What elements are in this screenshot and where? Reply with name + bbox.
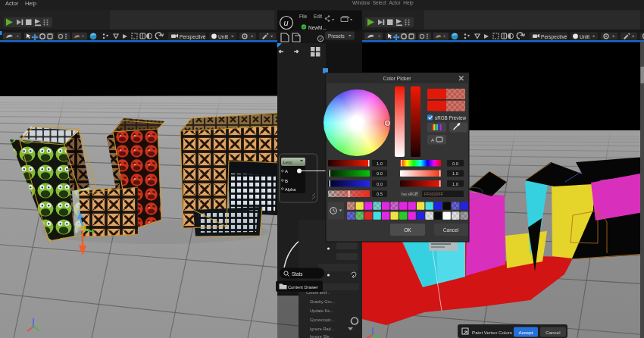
svg-text:OK: OK bbox=[404, 227, 411, 233]
svg-text:A: A bbox=[431, 138, 434, 142]
svg-text:Window Select Actor Help: Window Select Actor Help bbox=[352, 0, 414, 6]
svg-text:B: B bbox=[285, 179, 288, 183]
svg-text:Cancel: Cancel bbox=[546, 330, 560, 335]
svg-text:sRGB Preview: sRGB Preview bbox=[435, 115, 466, 120]
svg-text:0.0: 0.0 bbox=[377, 182, 383, 186]
svg-text:Gyroscopic...: Gyroscopic... bbox=[310, 318, 335, 322]
svg-text:Actor: Actor bbox=[5, 0, 19, 7]
svg-text:Lerp: Lerp bbox=[283, 160, 293, 164]
svg-text:Help: Help bbox=[25, 0, 36, 7]
svg-text:NewM...: NewM... bbox=[308, 25, 327, 30]
svg-text:Ignore Rad...: Ignore Rad... bbox=[310, 327, 335, 331]
svg-text:Update Ke...: Update Ke... bbox=[310, 308, 334, 313]
svg-text:1.0: 1.0 bbox=[377, 161, 383, 166]
svg-text:Gravity Gro...: Gravity Gro... bbox=[310, 299, 336, 304]
svg-text:Cancel: Cancel bbox=[443, 227, 459, 233]
svg-text:1.0: 1.0 bbox=[452, 171, 458, 176]
svg-text:hex sRGB: hex sRGB bbox=[402, 192, 417, 196]
svg-text:1.0: 1.0 bbox=[452, 182, 458, 186]
svg-text:Accept: Accept bbox=[519, 330, 533, 335]
svg-text:FF0000FF: FF0000FF bbox=[424, 192, 444, 196]
svg-text:Edit: Edit bbox=[314, 14, 322, 19]
svg-text:Alpha: Alpha bbox=[285, 187, 296, 192]
svg-text:Perspective: Perspective bbox=[541, 34, 567, 40]
svg-text:Unlit: Unlit bbox=[580, 34, 589, 39]
svg-text:Unlit: Unlit bbox=[218, 34, 228, 39]
svg-text:Ignore Sle...: Ignore Sle... bbox=[310, 334, 333, 338]
svg-text:Content Drawer: Content Drawer bbox=[288, 285, 318, 289]
svg-text:Color Picker: Color Picker bbox=[383, 76, 411, 81]
svg-text:u: u bbox=[284, 18, 289, 27]
svg-text:File: File bbox=[299, 14, 308, 19]
svg-text:Paint Vertex Colors: Paint Vertex Colors bbox=[472, 330, 512, 335]
svg-text:Perspective: Perspective bbox=[180, 34, 206, 40]
svg-text:A: A bbox=[285, 169, 288, 174]
svg-text:0.5: 0.5 bbox=[377, 192, 383, 196]
svg-text:Stats: Stats bbox=[292, 271, 303, 277]
svg-text:Presets: Presets bbox=[328, 33, 345, 39]
svg-text:0.0: 0.0 bbox=[452, 161, 458, 166]
svg-text:0.0: 0.0 bbox=[377, 171, 383, 176]
